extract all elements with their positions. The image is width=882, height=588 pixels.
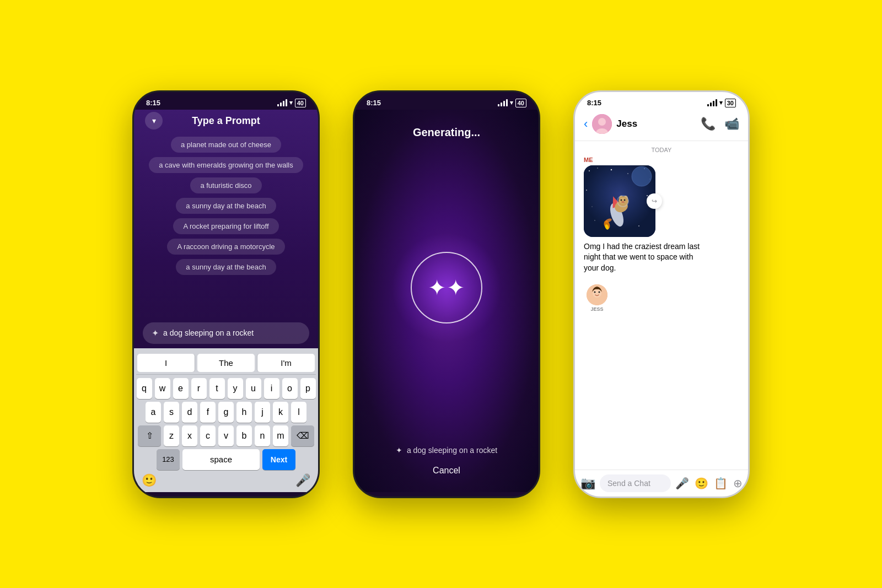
- status-icons-phone2: ▾ 40: [498, 99, 526, 107]
- phone-generating: 8:15 ▾ 40 Generating... ✦✦ ✦: [353, 90, 540, 498]
- sender-label: ME: [584, 157, 739, 163]
- key-w[interactable]: w: [155, 378, 170, 399]
- generating-prompt: ✦ a dog sleeping on a rocket: [396, 446, 497, 455]
- key-v[interactable]: v: [218, 425, 234, 446]
- svg-point-6: [611, 169, 612, 170]
- suggestion-3[interactable]: a sunny day at the beach: [176, 198, 276, 214]
- key-r[interactable]: r: [191, 378, 207, 399]
- mic-button[interactable]: 🎤: [675, 477, 689, 490]
- svg-point-26: [621, 201, 625, 203]
- battery-icon: 40: [515, 99, 526, 107]
- status-icons-phone3: ▾ 30: [707, 99, 736, 107]
- next-button[interactable]: Next: [262, 449, 295, 470]
- prompt-header: ▾ Type a Prompt: [134, 110, 318, 132]
- key-z[interactable]: z: [164, 425, 179, 446]
- chat-header: ‹ Jess 📞 📹: [575, 110, 748, 141]
- key-suggestion-0[interactable]: I: [137, 354, 195, 372]
- keyboard-row-2: a s d f g h j k l: [136, 402, 316, 423]
- key-t[interactable]: t: [209, 378, 225, 399]
- back-button[interactable]: ‹: [584, 117, 588, 131]
- svg-point-10: [586, 190, 587, 191]
- svg-point-5: [597, 168, 598, 169]
- key-i[interactable]: i: [264, 378, 279, 399]
- key-h[interactable]: h: [236, 402, 252, 423]
- svg-point-7: [627, 173, 628, 174]
- suggestion-6[interactable]: a sunny day at the beach: [176, 259, 276, 275]
- key-m[interactable]: m: [273, 425, 288, 446]
- suggestion-2[interactable]: a futuristic disco: [190, 177, 261, 193]
- prompt-input-area: ✦ a dog sleeping on a rocket: [134, 318, 318, 348]
- svg-point-1: [598, 118, 606, 126]
- key-suggestion-1[interactable]: The: [197, 354, 255, 372]
- sparkles-icon: ✦✦: [428, 275, 465, 300]
- sticker-button[interactable]: 📋: [714, 477, 728, 490]
- key-l[interactable]: l: [291, 402, 306, 423]
- key-j[interactable]: j: [255, 402, 270, 423]
- time-phone1: 8:15: [146, 99, 160, 107]
- key-suggestion-2[interactable]: I'm: [257, 354, 315, 372]
- signal-icon: [498, 99, 508, 106]
- contact-name: Jess: [616, 118, 637, 130]
- suggestion-1[interactable]: a cave with emeralds growing on the wall…: [149, 157, 303, 173]
- date-label: TODAY: [584, 147, 739, 153]
- camera-button[interactable]: 📷: [580, 476, 595, 490]
- svg-point-34: [599, 292, 600, 293]
- jess-face: [587, 284, 607, 305]
- suggestion-5[interactable]: A raccoon driving a motorcycle: [167, 239, 284, 255]
- phone-chat: 8:15 ▾ 30 ‹ Jess 📞: [573, 90, 750, 498]
- key-c[interactable]: c: [200, 425, 216, 446]
- key-g[interactable]: g: [218, 402, 234, 423]
- svg-point-28: [594, 220, 595, 221]
- generating-bottom: ✦ a dog sleeping on a rocket Cancel: [354, 437, 539, 492]
- key-q[interactable]: q: [137, 378, 152, 399]
- svg-point-30: [591, 206, 592, 207]
- key-e[interactable]: e: [173, 378, 189, 399]
- cancel-button[interactable]: Cancel: [433, 466, 460, 476]
- key-f[interactable]: f: [200, 402, 216, 423]
- wifi-icon: ▾: [510, 99, 513, 106]
- key-p[interactable]: p: [300, 378, 316, 399]
- emoji-icon[interactable]: 🙂: [142, 473, 157, 488]
- suggestion-4[interactable]: A rocket preparing for liftoff: [173, 218, 278, 234]
- svg-point-32: [593, 289, 601, 298]
- battery-icon: 40: [295, 99, 306, 107]
- key-shift[interactable]: ⇧: [138, 425, 161, 446]
- wifi-icon: ▾: [289, 99, 293, 106]
- key-b[interactable]: b: [236, 425, 252, 446]
- emoji-button[interactable]: 🙂: [695, 477, 708, 490]
- mic-icon[interactable]: 🎤: [295, 473, 310, 488]
- key-d[interactable]: d: [182, 402, 197, 423]
- key-123[interactable]: 123: [157, 449, 180, 470]
- keyboard-row-1: q w e r t y u i o p: [136, 378, 316, 399]
- key-delete[interactable]: ⌫: [291, 425, 314, 446]
- sparkle-icon-small: ✦: [396, 446, 402, 455]
- suggestion-0[interactable]: a planet made out of cheese: [171, 137, 281, 153]
- key-k[interactable]: k: [273, 402, 288, 423]
- prompt-input-box[interactable]: ✦ a dog sleeping on a rocket: [143, 322, 309, 344]
- signal-icon: [707, 99, 717, 106]
- video-call-icon[interactable]: 📹: [724, 117, 739, 131]
- status-bar-phone3: 8:15 ▾ 30: [575, 92, 748, 110]
- phone-call-icon[interactable]: 📞: [701, 117, 716, 131]
- chat-image-bubble: ↪: [584, 165, 655, 237]
- key-s[interactable]: s: [164, 402, 179, 423]
- chat-header-right: 📞 📹: [701, 117, 739, 131]
- svg-point-25: [624, 199, 626, 201]
- time-phone3: 8:15: [587, 99, 601, 107]
- key-space[interactable]: space: [182, 449, 260, 470]
- add-button[interactable]: ⊕: [733, 477, 743, 490]
- chevron-down-button[interactable]: ▾: [145, 112, 163, 130]
- key-n[interactable]: n: [255, 425, 270, 446]
- chat-input-field[interactable]: Send a Chat: [600, 474, 671, 492]
- status-bar-phone2: 8:15 ▾ 40: [354, 92, 539, 110]
- svg-point-29: [638, 225, 639, 226]
- key-o[interactable]: o: [282, 378, 298, 399]
- key-x[interactable]: x: [182, 425, 197, 446]
- keyboard-row-3: ⇧ z x c v b n m ⌫: [136, 425, 316, 446]
- chat-input-bar: 📷 Send a Chat 🎤 🙂 📋 ⊕: [575, 470, 748, 497]
- key-a[interactable]: a: [146, 402, 161, 423]
- key-u[interactable]: u: [246, 378, 261, 399]
- key-y[interactable]: y: [228, 378, 243, 399]
- keyboard-suggestions: I The I'm: [136, 352, 316, 375]
- share-button[interactable]: ↪: [647, 193, 662, 209]
